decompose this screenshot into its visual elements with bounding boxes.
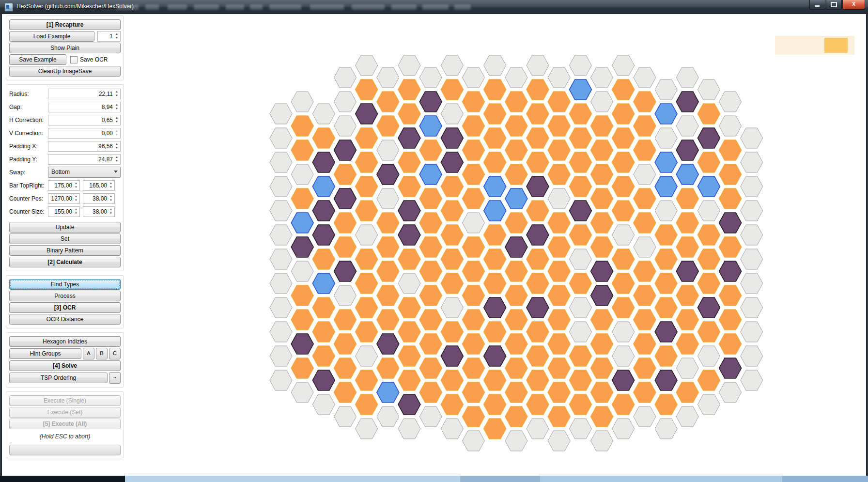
hex-cell-orange[interactable] bbox=[398, 297, 420, 318]
hex-cell-inactive[interactable] bbox=[698, 201, 720, 221]
hex-cell-orange[interactable] bbox=[719, 237, 742, 257]
hex-cell-orange[interactable] bbox=[698, 104, 720, 124]
hex-cell-orange[interactable] bbox=[591, 334, 613, 354]
h-correction-field[interactable]: 0,65 ▲▼ bbox=[48, 115, 121, 125]
hex-cell-inactive[interactable] bbox=[356, 419, 378, 439]
example-number-spinner[interactable]: ▲▼ bbox=[114, 32, 119, 41]
hex-cell-orange[interactable] bbox=[484, 370, 506, 390]
hex-cell-orange[interactable] bbox=[698, 322, 720, 342]
hex-cell-inactive[interactable] bbox=[270, 152, 292, 172]
cleanup-imagesave-button[interactable]: CleanUp ImageSave bbox=[9, 66, 121, 77]
hex-cell-inactive[interactable] bbox=[441, 55, 463, 76]
hex-cell-inactive[interactable] bbox=[634, 406, 656, 427]
v-correction-spinner[interactable]: ▲▼ bbox=[114, 129, 119, 138]
hex-cell-inactive[interactable] bbox=[698, 79, 720, 100]
hex-cell-blue[interactable] bbox=[676, 164, 698, 185]
hex-cell-inactive[interactable] bbox=[377, 406, 399, 427]
hex-cell-inactive[interactable] bbox=[634, 237, 656, 257]
hex-cell-orange[interactable] bbox=[676, 213, 698, 233]
hex-cell-orange[interactable] bbox=[634, 261, 656, 281]
process-button[interactable]: Process bbox=[9, 291, 121, 301]
hex-cell-blue[interactable] bbox=[312, 273, 335, 294]
hex-cell-inactive[interactable] bbox=[612, 225, 635, 245]
hex-cell-orange[interactable] bbox=[398, 346, 420, 366]
hex-cell-inactive[interactable] bbox=[741, 128, 763, 148]
hint-group-b-button[interactable]: B bbox=[96, 348, 108, 359]
hex-cell-inactive[interactable] bbox=[741, 225, 763, 245]
hex-cell-inactive[interactable] bbox=[698, 394, 720, 415]
hex-cell-orange[interactable] bbox=[505, 92, 527, 112]
hex-cell-inactive[interactable] bbox=[377, 188, 399, 209]
show-plain-button[interactable]: Show Plain bbox=[9, 43, 121, 53]
hex-cell-inactive[interactable] bbox=[270, 176, 292, 197]
hex-cell-inactive[interactable] bbox=[741, 201, 763, 221]
hex-cell-orange[interactable] bbox=[569, 225, 591, 245]
hex-cell-orange[interactable] bbox=[463, 334, 485, 354]
maximize-button[interactable] bbox=[826, 0, 842, 10]
close-button[interactable]: X bbox=[842, 0, 865, 10]
hex-cell-orange[interactable] bbox=[719, 164, 742, 185]
hex-cell-inactive[interactable] bbox=[291, 261, 313, 281]
hex-cell-orange[interactable] bbox=[398, 152, 420, 172]
hex-cell-purple[interactable] bbox=[719, 213, 742, 233]
hex-cell-orange[interactable] bbox=[548, 213, 570, 233]
ocr-distance-button[interactable]: OCR Distance bbox=[9, 314, 121, 325]
hex-cell-orange[interactable] bbox=[655, 297, 677, 318]
hex-cell-orange[interactable] bbox=[291, 358, 313, 378]
hex-cell-inactive[interactable] bbox=[270, 346, 292, 366]
hex-cell-inactive[interactable] bbox=[270, 322, 292, 342]
hex-cell-inactive[interactable] bbox=[463, 431, 485, 451]
hex-cell-inactive[interactable] bbox=[527, 419, 549, 439]
hex-cell-orange[interactable] bbox=[419, 237, 442, 257]
counter-pos-y-field[interactable]: 38,00 ▲▼ bbox=[83, 193, 115, 204]
hex-cell-blue[interactable] bbox=[655, 152, 677, 172]
hex-cell-orange[interactable] bbox=[676, 310, 698, 330]
hex-cell-orange[interactable] bbox=[591, 140, 613, 160]
hex-cell-orange[interactable] bbox=[463, 164, 485, 185]
hex-cell-orange[interactable] bbox=[505, 164, 527, 185]
hex-cell-purple[interactable] bbox=[398, 201, 420, 221]
hex-cell-orange[interactable] bbox=[377, 285, 399, 306]
hex-cell-inactive[interactable] bbox=[398, 273, 420, 294]
hex-cell-orange[interactable] bbox=[419, 334, 442, 354]
hex-cell-blue[interactable] bbox=[484, 176, 506, 197]
hex-cell-purple[interactable] bbox=[676, 261, 698, 281]
hex-cell-inactive[interactable] bbox=[741, 273, 763, 294]
hex-cell-orange[interactable] bbox=[591, 164, 613, 185]
bar-topright-x-field[interactable]: 175,00 ▲▼ bbox=[48, 180, 80, 191]
hex-cell-inactive[interactable] bbox=[505, 431, 527, 451]
counter-size-y-field[interactable]: 38,00 ▲▼ bbox=[83, 206, 115, 217]
hex-cell-purple[interactable] bbox=[291, 237, 313, 257]
update-button[interactable]: Update bbox=[9, 222, 121, 233]
hex-cell-orange[interactable] bbox=[569, 176, 591, 197]
hex-cell-orange[interactable] bbox=[676, 285, 698, 306]
hex-cell-orange[interactable] bbox=[419, 285, 442, 306]
hex-cell-purple[interactable] bbox=[441, 346, 463, 366]
hex-cell-orange[interactable] bbox=[484, 152, 506, 172]
hex-cell-orange[interactable] bbox=[655, 273, 677, 294]
hex-cell-orange[interactable] bbox=[527, 346, 549, 366]
hex-cell-orange[interactable] bbox=[484, 322, 506, 342]
hex-cell-orange[interactable] bbox=[548, 261, 570, 281]
hex-cell-purple[interactable] bbox=[398, 128, 420, 148]
hex-cell-orange[interactable] bbox=[356, 370, 378, 390]
hex-cell-orange[interactable] bbox=[612, 128, 635, 148]
hex-cell-purple[interactable] bbox=[312, 370, 335, 390]
counter-size-x-field[interactable]: 155,00 ▲▼ bbox=[48, 206, 80, 217]
hex-cell-orange[interactable] bbox=[356, 322, 378, 342]
hex-cell-inactive[interactable] bbox=[312, 104, 335, 124]
hex-cell-inactive[interactable] bbox=[569, 419, 591, 439]
hex-cell-blue[interactable] bbox=[419, 164, 442, 185]
hex-cell-orange[interactable] bbox=[419, 382, 442, 403]
padding-y-spinner[interactable]: ▲▼ bbox=[114, 155, 119, 164]
hex-cell-inactive[interactable] bbox=[441, 104, 463, 124]
hex-cell-orange[interactable] bbox=[719, 140, 742, 160]
hex-cell-inactive[interactable] bbox=[270, 225, 292, 245]
hex-cell-blue[interactable] bbox=[505, 188, 527, 209]
hex-cell-orange[interactable] bbox=[334, 334, 356, 354]
hex-cell-orange[interactable] bbox=[441, 273, 463, 294]
hex-cell-inactive[interactable] bbox=[398, 419, 420, 439]
counter-size-x-spinner[interactable]: ▲▼ bbox=[74, 207, 78, 216]
hex-cell-inactive[interactable] bbox=[676, 406, 698, 427]
radius-spinner[interactable]: ▲▼ bbox=[114, 90, 119, 98]
